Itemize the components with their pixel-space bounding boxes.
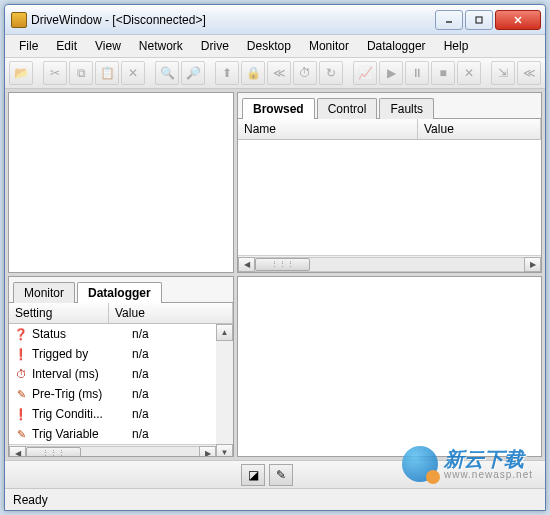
- tab-control[interactable]: Control: [317, 98, 378, 119]
- list-item[interactable]: ✎ Trig Variable n/a: [9, 424, 216, 444]
- upload-icon[interactable]: ⬆: [215, 61, 239, 85]
- menu-edit[interactable]: Edit: [48, 37, 85, 55]
- list-item[interactable]: ⏱ Interval (ms) n/a: [9, 364, 216, 384]
- row-setting: Trigged by: [32, 347, 132, 361]
- row-icon: ✎: [13, 426, 29, 442]
- scroll-up-icon[interactable]: ▲: [216, 324, 233, 341]
- row-setting: Trig Variable: [32, 427, 132, 441]
- menu-file[interactable]: File: [11, 37, 46, 55]
- cut-icon[interactable]: ✂: [43, 61, 67, 85]
- aux-button-2[interactable]: ✎: [269, 464, 293, 486]
- menu-help[interactable]: Help: [436, 37, 477, 55]
- maximize-button[interactable]: [465, 10, 493, 30]
- cancel-icon[interactable]: ✕: [457, 61, 481, 85]
- list-item[interactable]: ❓ Status n/a: [9, 324, 216, 344]
- menu-datalogger[interactable]: Datalogger: [359, 37, 434, 55]
- tab-browsed[interactable]: Browsed: [242, 98, 315, 119]
- row-value: n/a: [132, 367, 212, 381]
- datalogger-list: ❓ Status n/a❗ Trigged by n/a⏱ Interval (…: [9, 324, 216, 444]
- chart-icon[interactable]: 📈: [353, 61, 377, 85]
- browsed-list: [238, 140, 541, 255]
- svg-rect-1: [476, 17, 482, 23]
- col-value2[interactable]: Value: [109, 303, 233, 323]
- titlebar: DriveWindow - [<Disconnected>]: [5, 5, 545, 35]
- col-setting[interactable]: Setting: [9, 303, 109, 323]
- row-setting: Trig Conditi...: [32, 407, 132, 421]
- vscrollbar[interactable]: ▲ ▼: [216, 324, 233, 457]
- paste-icon[interactable]: 📋: [95, 61, 119, 85]
- hscrollbar2[interactable]: ◀ ⋮⋮⋮ ▶: [9, 444, 216, 457]
- list-item[interactable]: ✎ Pre-Trig (ms) n/a: [9, 384, 216, 404]
- close-button[interactable]: [495, 10, 541, 30]
- zoom-out-icon[interactable]: 🔎: [181, 61, 205, 85]
- statusbar: Ready: [5, 488, 545, 510]
- list-item[interactable]: ❗ Trigged by n/a: [9, 344, 216, 364]
- list-item[interactable]: ❗ Trig Conditi... n/a: [9, 404, 216, 424]
- menu-monitor[interactable]: Monitor: [301, 37, 357, 55]
- row-icon: ❗: [13, 406, 29, 422]
- menu-view[interactable]: View: [87, 37, 129, 55]
- scroll-left-icon[interactable]: ◀: [9, 446, 26, 458]
- app-icon: [11, 12, 27, 28]
- menu-drive[interactable]: Drive: [193, 37, 237, 55]
- row-setting: Pre-Trig (ms): [32, 387, 132, 401]
- row-setting: Status: [32, 327, 132, 341]
- col-value[interactable]: Value: [418, 119, 541, 139]
- play-icon[interactable]: ▶: [379, 61, 403, 85]
- stop-icon[interactable]: ■: [431, 61, 455, 85]
- delete-icon[interactable]: ✕: [121, 61, 145, 85]
- row-icon: ⏱: [13, 366, 29, 382]
- row-value: n/a: [132, 327, 212, 341]
- tab-faults[interactable]: Faults: [379, 98, 434, 119]
- row-setting: Interval (ms): [32, 367, 132, 381]
- pause-icon[interactable]: ⏸: [405, 61, 429, 85]
- row-value: n/a: [132, 387, 212, 401]
- tab-monitor[interactable]: Monitor: [13, 282, 75, 303]
- main-area: Browsed Control Faults Name Value ◀ ⋮⋮⋮ …: [5, 89, 545, 460]
- tab-datalogger[interactable]: Datalogger: [77, 282, 162, 303]
- toolbar: 📂 ✂ ⧉ 📋 ✕ 🔍 🔎 ⬆ 🔒 ≪ ⏱ ↻ 📈 ▶ ⏸ ■ ✕ ⇲ ≪: [5, 58, 545, 89]
- hscrollbar[interactable]: ◀ ⋮⋮⋮ ▶: [238, 255, 541, 272]
- row-icon: ✎: [13, 386, 29, 402]
- window-title: DriveWindow - [<Disconnected>]: [31, 13, 435, 27]
- scroll-left-icon[interactable]: ◀: [238, 257, 255, 272]
- copy-icon[interactable]: ⧉: [69, 61, 93, 85]
- row-value: n/a: [132, 407, 212, 421]
- open-icon[interactable]: 📂: [9, 61, 33, 85]
- scroll-down-icon[interactable]: ▼: [216, 444, 233, 457]
- menu-desktop[interactable]: Desktop: [239, 37, 299, 55]
- minimize-button[interactable]: [435, 10, 463, 30]
- row-icon: ❓: [13, 326, 29, 342]
- graph-panel: [237, 276, 542, 457]
- row-icon: ❗: [13, 346, 29, 362]
- menubar: File Edit View Network Drive Desktop Mon…: [5, 35, 545, 58]
- col-name[interactable]: Name: [238, 119, 418, 139]
- datalogger-panel: Monitor Datalogger Setting Value ❓ Statu…: [8, 276, 234, 457]
- row-value: n/a: [132, 427, 212, 441]
- rewind-icon[interactable]: ≪: [267, 61, 291, 85]
- skip-back-icon[interactable]: ≪: [517, 61, 541, 85]
- scroll-right-icon[interactable]: ▶: [524, 257, 541, 272]
- lock-icon[interactable]: 🔒: [241, 61, 265, 85]
- status-text: Ready: [13, 493, 48, 507]
- clock-icon[interactable]: ⏱: [293, 61, 317, 85]
- aux-button-1[interactable]: ◪: [241, 464, 265, 486]
- scroll-right-icon[interactable]: ▶: [199, 446, 216, 458]
- refresh-icon[interactable]: ↻: [319, 61, 343, 85]
- zoom-in-icon[interactable]: 🔍: [155, 61, 179, 85]
- aux-toolbar: ◪ ✎: [5, 460, 545, 488]
- browsed-panel: Browsed Control Faults Name Value ◀ ⋮⋮⋮ …: [237, 92, 542, 273]
- tree-panel: [8, 92, 234, 273]
- menu-network[interactable]: Network: [131, 37, 191, 55]
- row-value: n/a: [132, 347, 212, 361]
- export-icon[interactable]: ⇲: [491, 61, 515, 85]
